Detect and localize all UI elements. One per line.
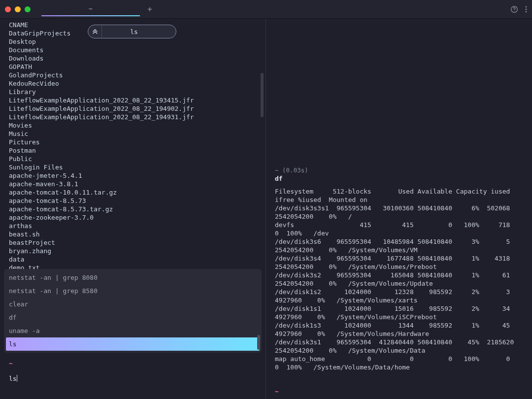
history-row[interactable]: netstat -an | grep 8080 — [4, 271, 262, 284]
listing-line: Documents — [9, 46, 266, 54]
right-pane: ~ (0.03s) df Filesystem 512-blocks Used … — [266, 19, 532, 399]
history-row[interactable]: ls — [6, 337, 260, 351]
listing-line: LiteflowExampleApplication_2022_08_22_19… — [9, 96, 266, 104]
text-caret — [17, 375, 17, 382]
svg-point-4 — [526, 11, 527, 12]
prompt-input[interactable]: ls — [9, 375, 17, 382]
listing-line: Sunlogin Files — [9, 163, 266, 171]
right-prompt[interactable]: ~ — [266, 384, 532, 399]
window-controls — [5, 6, 31, 12]
titlebar-right — [510, 5, 527, 13]
kebab-menu-icon[interactable] — [525, 5, 527, 13]
close-window-button[interactable] — [5, 6, 11, 12]
listing-line: Pictures — [9, 138, 266, 146]
help-icon[interactable] — [510, 5, 518, 13]
listing-line: apache-tomcat-8.5.73 — [9, 197, 266, 205]
right-blank — [266, 19, 532, 166]
history-row[interactable]: netstat -an | grep 8580 — [4, 284, 262, 298]
listing-line: apache-jmeter-5.4.1 — [9, 171, 266, 180]
listing-line: Music — [9, 130, 266, 138]
listing-line: KedouRecVideo — [9, 79, 266, 88]
tab-label: ~ — [89, 5, 93, 12]
listing-line: DataGripProjects — [9, 29, 266, 37]
listing-line: beast.sh — [9, 230, 266, 238]
command-history-panel: netstat -an | grep 8080netstat -an | gre… — [4, 269, 262, 353]
right-command: df — [266, 175, 532, 182]
history-row[interactable]: clear — [4, 298, 262, 311]
listing-line: Public — [9, 155, 266, 163]
listing-line: GolandProjects — [9, 71, 266, 79]
listing-line: Movies — [9, 121, 266, 130]
svg-point-3 — [526, 8, 527, 10]
listing-line: apache-zookeeper-3.7.0 — [9, 213, 266, 222]
file-listing: CNAMEDataGripProjectsDesktopDocumentsDow… — [0, 19, 266, 269]
prompt-typed-text: ls — [9, 375, 17, 382]
listing-line: demo.txt — [9, 264, 266, 269]
listing-line: Desktop — [9, 37, 266, 46]
listing-line: arthas — [9, 222, 266, 230]
listing-line: beastProject — [9, 238, 266, 247]
listing-line: Library — [9, 88, 266, 96]
right-prompt-cwd: ~ — [275, 388, 279, 395]
listing-line: bryan.zhang — [9, 247, 266, 255]
listing-line: apache-maven-3.8.1 — [9, 180, 266, 188]
listing-line: GOPATH — [9, 63, 266, 71]
svg-point-1 — [514, 10, 514, 11]
prompt-cwd: ~ — [9, 360, 257, 367]
history-row[interactable]: df — [4, 311, 262, 324]
plus-icon: + — [147, 4, 152, 14]
history-scrollbar[interactable] — [257, 335, 260, 350]
minimize-window-button[interactable] — [15, 6, 21, 12]
new-tab-button[interactable]: + — [144, 3, 156, 15]
left-pane: CNAMEDataGripProjectsDesktopDocumentsDow… — [0, 19, 266, 399]
listing-line: apache-tomcat-8.5.73.tar.gz — [9, 205, 266, 213]
listing-line: CNAME — [9, 21, 266, 29]
titlebar: ~ + — [0, 0, 532, 19]
right-timing: ~ (0.03s) — [266, 166, 532, 175]
listing-line: Downloads — [9, 54, 266, 63]
right-output: Filesystem 512-blocks Used Available Cap… — [266, 182, 532, 371]
listing-line: LiteflowExampleApplication_2022_08_22_19… — [9, 113, 266, 121]
listing-scrollbar[interactable] — [261, 73, 264, 117]
svg-point-2 — [526, 6, 527, 7]
listing-line: apache-tomcat-10.0.11.tar.gz — [9, 188, 266, 197]
history-row[interactable]: uname -a — [4, 324, 262, 337]
prompt-area: ~ ls — [0, 353, 266, 388]
listing-line: LiteflowExampleApplication_2022_08_22_19… — [9, 104, 266, 113]
zoom-window-button[interactable] — [25, 6, 31, 12]
listing-line: data — [9, 255, 266, 264]
tab-home[interactable]: ~ — [41, 2, 140, 16]
listing-line: Postman — [9, 146, 266, 155]
workspace: CNAMEDataGripProjectsDesktopDocumentsDow… — [0, 19, 532, 399]
